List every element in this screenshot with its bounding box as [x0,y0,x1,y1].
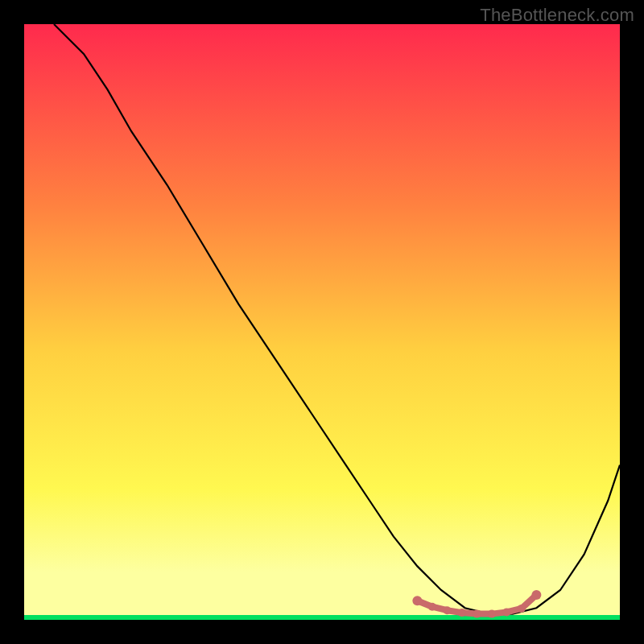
bottom-marker [518,605,526,613]
bottom-marker [473,610,481,618]
bottom-marker [428,603,436,611]
plot-background [24,24,620,620]
bottom-green-band [24,615,620,620]
chart-container: TheBottleneck.com [0,0,644,644]
bottom-marker [531,590,541,600]
chart-svg [0,0,644,644]
watermark-text: TheBottleneck.com [480,5,634,26]
bottom-marker [412,596,422,605]
bottom-marker [458,609,466,617]
bottom-marker [502,608,510,616]
bottom-marker [443,606,451,614]
bottom-marker [488,610,496,618]
